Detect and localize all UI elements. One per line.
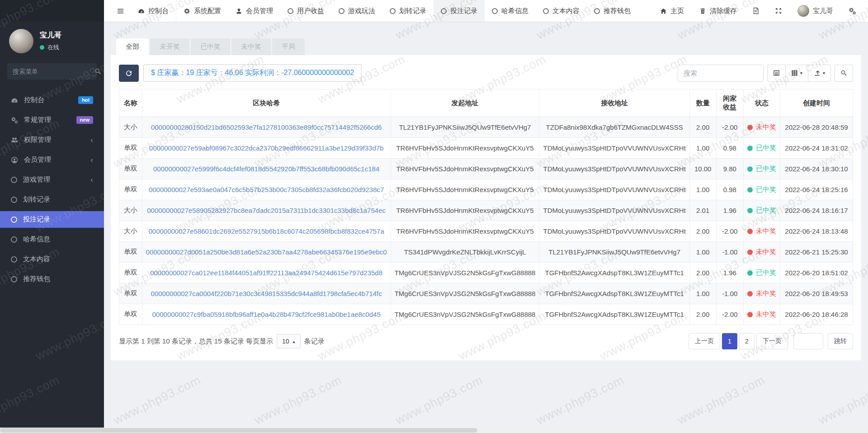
cell-hash: 00000000027e58905282927bc8ea7dadc2015a73…: [142, 200, 391, 221]
online-dot-icon: [40, 45, 44, 50]
col-status[interactable]: 状态: [743, 89, 780, 117]
sidebar-item-label: 游戏管理: [23, 175, 50, 184]
cell-from-address: TL21YB1FyJPNKSiiwJ5QUw9TfE6etvVHg7: [391, 117, 539, 138]
caret-down-icon: ▾: [823, 71, 825, 75]
docs-icon[interactable]: [747, 0, 765, 22]
page-size-value: 10: [282, 338, 289, 345]
hash-link[interactable]: 00000000027c9fba05918bfb96aff1e0a4b28b47…: [152, 311, 381, 318]
jump-page-input[interactable]: [793, 333, 823, 349]
sidebar-item-label: 划转记录: [23, 195, 50, 204]
nav-item-text-content[interactable]: 文本内容: [536, 0, 587, 22]
hash-link[interactable]: 00000000027e59abf08967c3022dca2370b29edf…: [149, 144, 384, 152]
nav-item-label: 文本内容: [552, 7, 580, 15]
col-to-address[interactable]: 接收地址: [539, 89, 689, 117]
nav-item-referral-wallet[interactable]: 推荐钱包: [587, 0, 638, 22]
sidebar-item-label: 控制台: [24, 96, 44, 104]
next-page-button[interactable]: 下一页: [756, 333, 788, 349]
fullscreen-icon[interactable]: [769, 0, 788, 22]
cogs-icon: [11, 117, 18, 124]
export-button[interactable]: ▾: [808, 65, 831, 82]
sidebar-item-console[interactable]: 控制台 hot: [0, 92, 104, 108]
cell-amount: 2.00: [689, 263, 716, 283]
nav-item-label: 游戏玩法: [348, 7, 375, 15]
page-button-2[interactable]: 2: [739, 333, 755, 349]
hash-link[interactable]: 00000000027e593ae0a047c6c5b57b253b00c730…: [149, 186, 384, 193]
sidebar-item-games[interactable]: 游戏管理 ‹: [0, 171, 104, 188]
col-created-time[interactable]: 创建时间: [780, 89, 853, 117]
cell-player-profit: 0.98: [716, 138, 743, 159]
avatar[interactable]: [9, 29, 33, 53]
col-block-hash[interactable]: 区块哈希: [142, 89, 391, 117]
sidebar-item-bet-records[interactable]: 投注记录: [0, 211, 104, 228]
hash-link[interactable]: 00000000027ca0004f220b71e30c3c49815335dc…: [151, 290, 382, 297]
page-button-1[interactable]: 1: [722, 333, 737, 349]
sidebar-menu: 控制台 hot 常规管理 new 权限管理 ‹ 会员管理 ‹ 游戏管理: [0, 89, 104, 428]
table-search-input[interactable]: [678, 65, 764, 82]
col-name[interactable]: 名称: [119, 89, 142, 117]
hamburger-menu-icon[interactable]: [110, 0, 131, 22]
scrollbar-thumb[interactable]: [0, 428, 477, 433]
col-player-profit[interactable]: 闲家收益: [716, 89, 743, 117]
hash-link[interactable]: 00000000027ca012ee1184f44051af91ff22113a…: [150, 269, 382, 277]
nav-item-bet-records[interactable]: 投注记录: [434, 0, 485, 22]
settings-cogs-icon[interactable]: [843, 0, 862, 22]
user-menu[interactable]: 宝儿哥: [792, 5, 839, 17]
sidebar-item-permissions[interactable]: 权限管理 ‹: [0, 132, 104, 148]
hash-link[interactable]: 00000000280150d21bd6502593e7fa1278100363…: [151, 123, 382, 131]
cell-from-address: TR6HVFbHv5SJdoHnmKtRexsvptwgCKXuY5: [391, 200, 539, 221]
prev-page-button[interactable]: 上一页: [689, 333, 720, 349]
status-badge: 未中奖: [756, 289, 776, 298]
col-from-address[interactable]: 发起地址: [391, 89, 539, 117]
sidebar-item-members[interactable]: 会员管理 ‹: [0, 151, 104, 168]
tab-draw[interactable]: 平局: [272, 38, 305, 55]
cell-to-address: TDMoLyuuwys3SpHtDTpoVVUWNVUsvXCRHt: [539, 200, 689, 221]
sidebar-item-text-content[interactable]: 文本内容: [0, 251, 104, 268]
tab-not-drawn[interactable]: 未开奖: [150, 38, 189, 55]
tab-lost[interactable]: 未中奖: [231, 38, 271, 55]
nav-item-members[interactable]: 会员管理: [228, 0, 280, 22]
hash-link[interactable]: 00000000027d0051a250be3d81a6e52a230b7aa4…: [146, 248, 387, 256]
sidebar-item-hash-info[interactable]: 哈希信息: [0, 231, 104, 248]
caret-up-icon: ▴: [292, 339, 295, 344]
circle-icon: [11, 216, 17, 223]
sidebar-item-label: 会员管理: [24, 155, 51, 164]
hash-link[interactable]: 00000000027e58905282927bc8ea7dadc2015a73…: [147, 207, 386, 214]
sidebar-item-general[interactable]: 常规管理 new: [0, 112, 104, 128]
sidebar-item-transfer-records[interactable]: 划转记录: [0, 191, 104, 208]
sidebar: 宝儿哥 在线 控制台 hot 常规管理 new: [0, 0, 104, 428]
nav-item-game-play[interactable]: 游戏玩法: [331, 0, 382, 22]
sidebar-item-referral-wallet[interactable]: 推荐钱包: [0, 271, 104, 287]
col-amount[interactable]: 数量: [689, 89, 716, 117]
nav-item-label: 会员管理: [246, 7, 273, 15]
tab-won[interactable]: 已中奖: [191, 38, 230, 55]
content: 全部 未开奖 已中奖 未中奖 平局 $ 庄家赢：19 庄家亏：46.06 实际利…: [104, 22, 868, 428]
sidebar-item-label: 权限管理: [24, 136, 51, 144]
hash-link[interactable]: 00000000027e5999f6c4dcf4fef0818d5542920b…: [153, 165, 379, 173]
sidebar-item-label: 推荐钱包: [23, 275, 50, 283]
jump-button[interactable]: 跳转: [828, 333, 853, 349]
cell-name: 单双: [119, 263, 142, 283]
nav-item-console[interactable]: 控制台: [131, 0, 176, 22]
chevron-left-icon: ‹: [90, 156, 93, 164]
clear-cache-button[interactable]: 清除缓存: [694, 7, 742, 15]
hash-link[interactable]: 00000000027e58601dc2692e5527915b6b18c607…: [148, 227, 384, 235]
home-button[interactable]: 主页: [655, 7, 689, 15]
columns-button[interactable]: ▾: [785, 65, 808, 82]
toggle-view-button[interactable]: [767, 65, 786, 82]
circle-icon: [390, 8, 396, 14]
refresh-button[interactable]: [119, 65, 139, 82]
page-size-dropdown[interactable]: 10 ▴: [277, 334, 301, 348]
nav-item-user-profit[interactable]: 用户收益: [280, 0, 331, 22]
search-button[interactable]: [835, 65, 853, 82]
nav-item-system-config[interactable]: 系统配置: [176, 0, 228, 22]
cell-from-address: TS341dPWvgdrKeZNLTbkkijLvKrrSCyijL: [391, 242, 539, 263]
sidebar-search-input[interactable]: [13, 68, 94, 75]
tab-all[interactable]: 全部: [116, 38, 149, 55]
nav-item-hash-info[interactable]: 哈希信息: [485, 0, 536, 22]
cell-status: 未中奖: [743, 242, 780, 263]
nav-item-transfer-records[interactable]: 划转记录: [382, 0, 434, 22]
dashboard-icon: [138, 8, 145, 14]
cell-hash: 00000000027c9fba05918bfb96aff1e0a4b28b47…: [142, 304, 391, 325]
cell-created-time: 2022-06-20 18:46:28: [780, 304, 853, 325]
horizontal-scrollbar[interactable]: [0, 428, 868, 433]
